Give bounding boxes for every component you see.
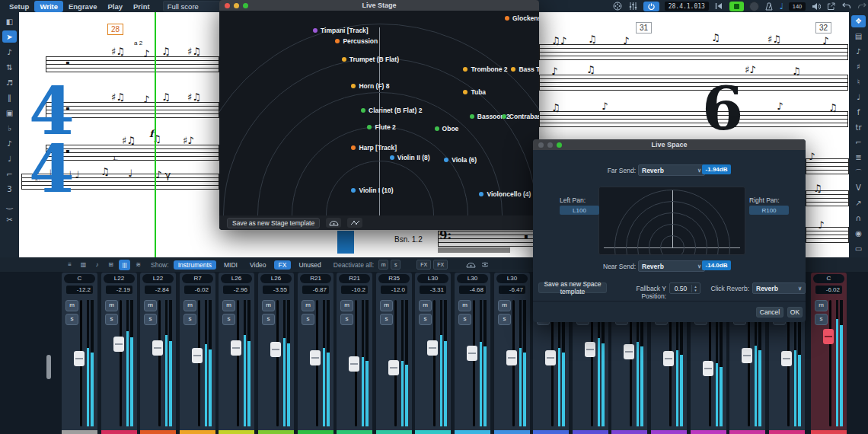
notation-notes[interactable]: ♫ [588, 34, 597, 45]
pan-control[interactable]: L30 [417, 274, 448, 283]
time-signature-panel-icon[interactable]: ♮ [851, 76, 866, 88]
notation-notes[interactable]: ♫ [161, 91, 171, 103]
fader-handle[interactable] [152, 340, 163, 356]
clefs-panel-icon[interactable]: ♪ [851, 46, 866, 58]
stage-view-icon[interactable] [326, 218, 341, 228]
add-send-fx-button[interactable]: FX [433, 260, 448, 270]
channel-strip[interactable]: L30-4.68ms [455, 273, 490, 434]
scissors-tool-icon[interactable]: ✂ [2, 213, 17, 225]
pan-control[interactable]: L22 [142, 274, 174, 283]
stage-instrument[interactable]: Harp [Track] [351, 144, 397, 152]
keyboard-panel-icon[interactable]: ▤ [851, 30, 866, 43]
stage-instrument[interactable]: Flute 2 [367, 123, 395, 131]
pan-control[interactable]: C [813, 274, 844, 283]
channel-strip[interactable]: R7-6.02ms [180, 273, 215, 434]
ornaments-panel-icon[interactable]: tr [851, 121, 866, 133]
master-channel-strip[interactable]: C-6.02ms [811, 273, 847, 434]
mixer-icon[interactable] [628, 2, 638, 11]
channel-strip[interactable]: L26-3.55ms [258, 273, 294, 434]
notation-notes[interactable]: ♩ [128, 168, 132, 179]
notation-notes[interactable]: ♪ [602, 101, 608, 112]
fader-handle[interactable] [624, 344, 634, 359]
channel-strip[interactable]: L30-3.31ms [415, 273, 451, 434]
stage-instrument[interactable]: Violin I (10) [351, 187, 393, 194]
notation-notes[interactable]: ♪ [809, 151, 815, 162]
notation-notes[interactable]: ♪ [551, 65, 557, 77]
tuplets-panel-icon[interactable]: ⌐ [851, 136, 866, 148]
volume-readout[interactable]: -2.19 [106, 286, 132, 294]
fader-handle[interactable] [349, 356, 359, 372]
pan-control[interactable]: R21 [339, 274, 370, 283]
menu-tab-engrave[interactable]: Engrave [63, 1, 103, 12]
repeats-panel-icon[interactable]: ≣ [851, 152, 866, 164]
tie-tool-icon[interactable]: ‿ [2, 198, 17, 210]
notation-notes[interactable]: ♯♪ [183, 135, 194, 146]
stage-instrument[interactable]: Oboe [435, 125, 459, 132]
solo-button[interactable]: s [105, 314, 118, 325]
external-editor-icon[interactable] [826, 2, 836, 11]
palette-panel-icon[interactable]: ❖ [851, 15, 866, 27]
grace-note-icon[interactable]: ♪ [2, 137, 17, 149]
undo-icon[interactable] [841, 2, 851, 11]
tuplet-tool-icon[interactable]: 3 [2, 183, 17, 195]
mute-button[interactable]: m [302, 300, 314, 311]
notation-notes[interactable]: ♪ [818, 219, 824, 231]
zoom-icon[interactable] [243, 3, 248, 8]
notation-notes[interactable]: ♪ γ [155, 169, 171, 180]
fallback-y-stepper[interactable]: 0.50 ▴▾ [669, 282, 700, 294]
stage-instrument[interactable]: Bass Trombone [511, 65, 539, 73]
stage-instrument[interactable]: Trombone 2 [463, 65, 507, 73]
lock-tool-icon[interactable]: ▣ [2, 107, 17, 119]
meter-bridge-icon[interactable]: ▥ [78, 260, 89, 270]
fader-handle[interactable] [781, 351, 792, 366]
volume-readout[interactable]: -6.02 [184, 286, 211, 294]
volume-readout[interactable]: -3.31 [420, 286, 446, 294]
notation-notes[interactable]: ♯♫ [111, 91, 125, 103]
mute-button[interactable]: m [144, 300, 157, 311]
volume-readout[interactable]: -4.68 [459, 286, 486, 294]
pan-control[interactable]: R21 [300, 274, 331, 283]
solo-button[interactable]: s [144, 314, 157, 325]
metronome-icon[interactable] [764, 2, 774, 11]
fader-handle[interactable] [506, 350, 517, 365]
menu-tab-setup[interactable]: Setup [4, 1, 34, 12]
volume-readout[interactable]: -2.84 [145, 286, 171, 294]
fader-handle[interactable] [427, 340, 438, 356]
minimize-icon[interactable] [547, 142, 553, 148]
notation-notes[interactable]: ♪ [623, 35, 629, 46]
notation-notes[interactable]: ♫ [711, 32, 720, 43]
solo-button[interactable]: s [262, 314, 275, 325]
stage-instrument[interactable]: Glockenspiel [Track] [505, 14, 539, 22]
near-send-select[interactable]: Reverb ∨ [638, 260, 705, 272]
go-to-start-icon[interactable] [714, 2, 724, 11]
filter-unused[interactable]: Unused [294, 260, 325, 270]
solo-button[interactable]: s [419, 314, 432, 325]
lines-panel-icon[interactable]: ↗ [851, 197, 866, 209]
pan-control[interactable]: L26 [221, 274, 252, 283]
notation-notes[interactable]: ♯♫ [187, 91, 201, 103]
rest-tool-icon[interactable]: ⌐ [2, 168, 17, 180]
stage-instrument[interactable]: Timpani [Track] [313, 27, 369, 34]
live-space-toggle-icon[interactable] [479, 260, 490, 270]
far-send-db[interactable]: -1.94dB [702, 164, 731, 174]
fader-handle[interactable] [270, 342, 281, 357]
solo-button[interactable]: s [302, 314, 314, 325]
fader-handle[interactable] [310, 350, 321, 365]
deactivate-mute-button[interactable]: m [378, 260, 388, 270]
near-send-db[interactable]: -14.0dB [702, 260, 731, 270]
pan-control[interactable]: L22 [104, 274, 135, 283]
live-stage-toggle-icon[interactable] [465, 260, 477, 270]
save-stage-template-button[interactable]: Save as new Stage template [227, 218, 320, 228]
solo-button[interactable]: s [380, 314, 393, 325]
pitch-tools-icon[interactable]: ⇅ [2, 61, 17, 73]
grid-view-icon[interactable]: ⊞ [105, 260, 116, 270]
save-space-template-button[interactable]: Save as new Space template [538, 282, 607, 293]
ok-button[interactable]: OK [787, 307, 803, 318]
pan-control[interactable]: R7 [182, 274, 213, 283]
notation-notes[interactable]: ▪ [524, 233, 528, 240]
notation-notes[interactable]: ♯♫ [187, 46, 201, 57]
notation-notes[interactable]: ♯♫ [767, 34, 781, 45]
menu-tab-print[interactable]: Print [128, 1, 155, 12]
slur-panel-icon[interactable]: ⌒ [851, 167, 866, 179]
solo-button[interactable]: s [222, 314, 235, 325]
